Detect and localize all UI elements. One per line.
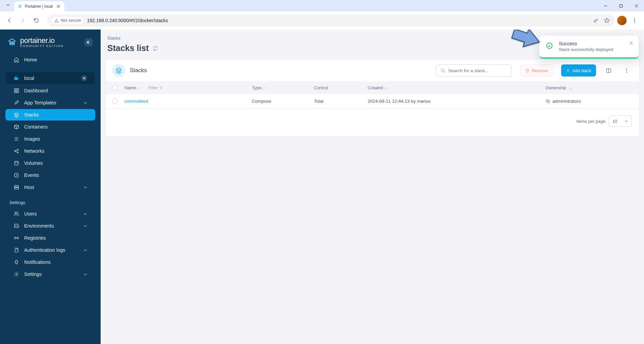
svg-rect-7 [13,41,15,45]
window-close-button[interactable] [629,0,644,11]
svg-rect-13 [17,89,18,90]
panel-title: Stacks [130,67,431,74]
logo-text: portainer.io [20,36,64,45]
svg-rect-0 [620,4,622,7]
nav-containers[interactable]: Containers [5,121,95,133]
database-icon [13,160,19,166]
back-button[interactable] [4,15,15,26]
address-bar: Not secure 192.168.0.240:9000/#!/2/docke… [0,11,644,30]
remove-button: Remove [520,64,553,77]
url-input[interactable]: Not secure 192.168.0.240:9000/#!/2/docke… [47,14,614,27]
svg-point-25 [16,274,17,275]
chevron-down-icon [84,186,87,189]
chevron-down-icon [84,273,87,276]
window-minimize-button[interactable] [598,0,613,11]
toast-close-button[interactable] [629,41,633,52]
tab-title: Portainer | local [25,4,54,9]
plus-icon [566,68,570,73]
nav-registries[interactable]: Registries [5,232,95,244]
col-ownership-header[interactable]: Ownership↓↑ [545,85,632,90]
forward-button[interactable] [17,15,28,26]
search-input[interactable] [436,64,512,77]
filter-button[interactable]: Filter [149,86,163,90]
main-content: Stacks Stacks list Stacks Remove Add s [101,30,644,344]
stack-name-link[interactable]: commafeed [124,99,148,104]
tab-search-button[interactable] [3,0,13,10]
chevron-down-icon [625,119,628,123]
refresh-button[interactable] [152,45,158,51]
warning-icon [54,18,59,23]
svg-rect-8 [14,77,15,78]
svg-point-24 [16,238,17,239]
svg-rect-22 [14,188,18,189]
svg-rect-11 [15,76,16,77]
chevron-down-icon [84,248,87,252]
password-key-icon[interactable] [593,17,599,23]
svg-point-26 [441,69,444,72]
nav-auth-logs[interactable]: Authentication logs [5,244,95,256]
gear-icon [13,272,19,277]
svg-rect-5 [10,41,11,45]
tab-close-button[interactable] [56,4,61,9]
nav-stacks[interactable]: Stacks [5,109,95,120]
stacks-table: Name↓↑ Filter Type↓↑ Control Created↓↑ O… [106,82,639,109]
chevron-down-icon [84,101,87,105]
window-maximize-button[interactable] [613,0,629,11]
portainer-logo-icon [7,37,17,47]
nav-events[interactable]: Events [5,169,95,181]
chevron-down-icon [84,224,87,228]
nav-volumes[interactable]: Volumes [5,157,95,169]
nav-home[interactable]: Home [5,54,95,65]
svg-point-4 [634,22,635,23]
tab-favicon-icon [17,4,23,9]
svg-point-1 [594,20,596,22]
nav-images[interactable]: Images [5,133,95,145]
table-footer: Items per page 10 [106,109,639,136]
svg-rect-15 [17,91,18,93]
col-name-header[interactable]: Name↓↑ [124,85,141,90]
select-all-checkbox[interactable] [112,85,117,90]
env-close-button[interactable] [81,75,87,81]
home-icon [13,57,19,62]
sidebar-collapse-button[interactable] [85,38,93,46]
edit-icon [13,100,19,105]
chevron-down-icon [84,212,87,216]
svg-point-32 [547,43,552,49]
nav-environments[interactable]: Environments [5,220,95,232]
cell-ownership: administrators [545,99,632,104]
more-options-button[interactable] [621,65,632,76]
not-secure-badge[interactable]: Not secure [52,17,84,24]
browser-menu-button[interactable] [629,18,640,23]
layers-icon [13,112,19,117]
svg-point-28 [626,68,627,69]
nav-users[interactable]: Users [5,208,95,219]
nav-host[interactable]: Host [5,182,95,193]
hard-drive-icon [13,223,19,229]
logo: portainer.io COMMUNITY EDITION [0,34,101,54]
items-per-page-select[interactable]: 10 [609,115,632,127]
table-row[interactable]: commafeed Compose Total 2024-08-11 12:44… [106,94,639,109]
nav-networks[interactable]: Networks [5,145,95,157]
nav-app-templates[interactable]: App Templates [5,97,95,108]
profile-avatar[interactable] [617,16,627,25]
file-icon [13,247,19,253]
reload-button[interactable] [31,15,42,26]
box-icon [13,124,19,130]
table-header: Name↓↑ Filter Type↓↑ Control Created↓↑ O… [106,82,639,94]
nav-settings[interactable]: Settings [5,268,95,280]
browser-tab[interactable]: Portainer | local [14,1,64,11]
add-stack-button[interactable]: Add stack [561,64,596,77]
funnel-icon [159,86,163,90]
col-created-header[interactable]: Created↓↑ [368,85,545,90]
bookmark-star-icon[interactable] [604,17,610,23]
nav-dashboard[interactable]: Dashboard [5,85,95,96]
nav-environment[interactable]: local [5,72,95,84]
row-checkbox[interactable] [112,99,117,104]
share-icon [13,148,19,154]
svg-rect-6 [11,41,13,45]
columns-button[interactable] [603,65,614,76]
nav-notifications[interactable]: Notifications [5,256,95,268]
svg-rect-14 [14,91,16,93]
svg-rect-21 [14,186,18,187]
col-type-header[interactable]: Type↓↑ [252,85,314,90]
